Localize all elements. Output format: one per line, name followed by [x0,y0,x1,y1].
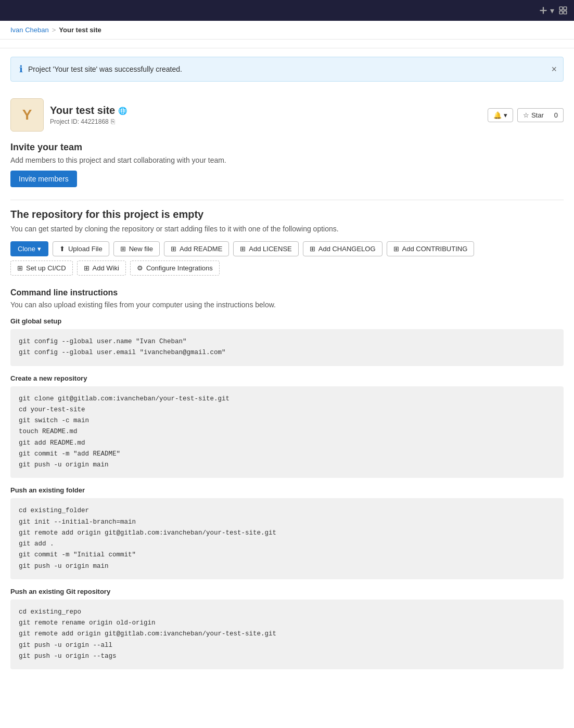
cicd-icon: ⊞ [17,264,23,272]
push-existing-git-code: cd existing_repo git remote rename origi… [10,600,564,669]
clone-label: Clone [18,245,35,253]
create-chevron: ▾ [550,6,554,16]
configure-integrations-label: Configure Integrations [146,264,213,272]
git-global-setup-block: Git global setup git config --global use… [10,317,564,366]
window-icon[interactable] [558,6,568,15]
top-navigation: ▾ [0,0,574,21]
add-readme-label: Add README [180,245,222,253]
create-new-repo-block: Create a new repository git clone git@gi… [10,374,564,478]
empty-repo-title: The repository for this project is empty [10,209,564,220]
breadcrumb-current: Your test site [59,26,101,34]
breadcrumb: Ivan Cheban > Your test site [0,21,574,40]
add-wiki-label: Add Wiki [93,264,119,272]
star-label: Star [531,111,544,119]
invite-description: Add members to this project and start co… [10,156,564,164]
configure-integrations-button[interactable]: ⚙ Configure Integrations [130,261,220,276]
success-alert: ℹ Project 'Your test site' was successfu… [10,57,564,82]
alert-icon: ℹ [19,63,23,75]
star-count: 0 [549,108,564,122]
create-new-repo-title: Create a new repository [10,374,564,382]
add-readme-icon: ⊞ [171,245,176,253]
git-global-setup-title: Git global setup [10,317,564,325]
add-license-label: Add LICENSE [249,245,291,253]
breadcrumb-parent[interactable]: Ivan Cheban [10,26,49,34]
upload-file-button[interactable]: ⬆ Upload File [53,241,109,256]
add-license-button[interactable]: ⊞ Add LICENSE [233,241,298,256]
project-actions: 🔔 ▾ ☆ Star 0 [488,108,564,122]
add-changelog-icon: ⊞ [310,245,315,253]
project-name: Your test site [50,105,115,116]
empty-repo-description: You can get started by cloning the repos… [10,225,564,233]
cli-title: Command line instructions [10,288,564,297]
project-header: Y Your test site 🌐 Project ID: 44221868 … [0,90,574,132]
upload-file-label: Upload File [68,245,103,253]
project-avatar: Y [10,98,44,132]
project-identity: Y Your test site 🌐 Project ID: 44221868 … [10,98,127,132]
copy-id-icon[interactable]: ⎘ [111,118,115,125]
push-existing-folder-code: cd existing_folder git init --initial-br… [10,498,564,579]
cli-section: Command line instructions You can also u… [10,288,564,669]
push-existing-git-title: Push an existing Git repository [10,588,564,595]
notification-bell-icon: 🔔 [493,111,502,119]
push-existing-folder-block: Push an existing folder cd existing_fold… [10,486,564,579]
add-contributing-icon: ⊞ [393,245,399,253]
notification-button[interactable]: 🔔 ▾ [488,108,513,122]
add-readme-button[interactable]: ⊞ Add README [164,241,229,256]
clone-chevron-icon: ▾ [37,245,41,253]
empty-repo-section: The repository for this project is empty… [10,209,564,276]
invite-members-button[interactable]: Invite members [10,171,77,187]
main-content: Invite your team Add members to this pro… [0,132,574,692]
svg-rect-2 [559,7,563,10]
svg-rect-5 [564,11,567,14]
add-wiki-button[interactable]: ⊞ Add Wiki [77,261,126,276]
add-contributing-label: Add CONTRIBUTING [402,245,468,253]
breadcrumb-separator: > [52,26,56,34]
push-existing-git-block: Push an existing Git repository cd exist… [10,588,564,669]
new-file-label: New file [129,245,153,253]
push-existing-folder-title: Push an existing folder [10,486,564,494]
project-name-row: Your test site 🌐 [50,105,127,116]
add-changelog-button[interactable]: ⊞ Add CHANGELOG [303,241,382,256]
svg-rect-3 [564,7,567,10]
wiki-icon: ⊞ [84,264,90,272]
add-changelog-label: Add CHANGELOG [318,245,376,253]
action-buttons-row1: Clone ▾ ⬆ Upload File ⊞ New file ⊞ Add R… [10,241,564,256]
add-license-icon: ⊞ [240,245,246,253]
svg-rect-1 [540,10,547,11]
invite-title: Invite your team [10,142,564,153]
svg-rect-4 [559,11,563,14]
new-file-icon: ⊞ [120,245,126,253]
project-id: Project ID: 44221868 ⎘ [50,118,127,125]
globe-icon: 🌐 [118,107,127,115]
invite-section: Invite your team Add members to this pro… [10,142,564,187]
add-contributing-button[interactable]: ⊞ Add CONTRIBUTING [387,241,475,256]
git-global-setup-code: git config --global user.name "Ivan Cheb… [10,329,564,366]
new-file-button[interactable]: ⊞ New file [113,241,160,256]
upload-icon: ⬆ [59,245,65,253]
notification-chevron-icon: ▾ [504,111,507,119]
create-new-repo-code: git clone git@gitlab.com:ivancheban/your… [10,386,564,478]
star-icon: ☆ [523,111,529,119]
set-up-cicd-button[interactable]: ⊞ Set up CI/CD [10,261,73,276]
action-buttons-row2: ⊞ Set up CI/CD ⊞ Add Wiki ⚙ Configure In… [10,261,564,276]
cli-description: You can also upload existing files from … [10,301,564,309]
alert-close-button[interactable]: × [551,64,557,74]
set-up-cicd-label: Set up CI/CD [26,264,66,272]
create-new-icon[interactable]: ▾ [539,6,554,16]
star-button[interactable]: ☆ Star [517,108,549,122]
integrations-icon: ⚙ [137,264,143,272]
clone-button[interactable]: Clone ▾ [10,241,48,256]
alert-message: Project 'Your test site' was successfull… [28,65,182,73]
